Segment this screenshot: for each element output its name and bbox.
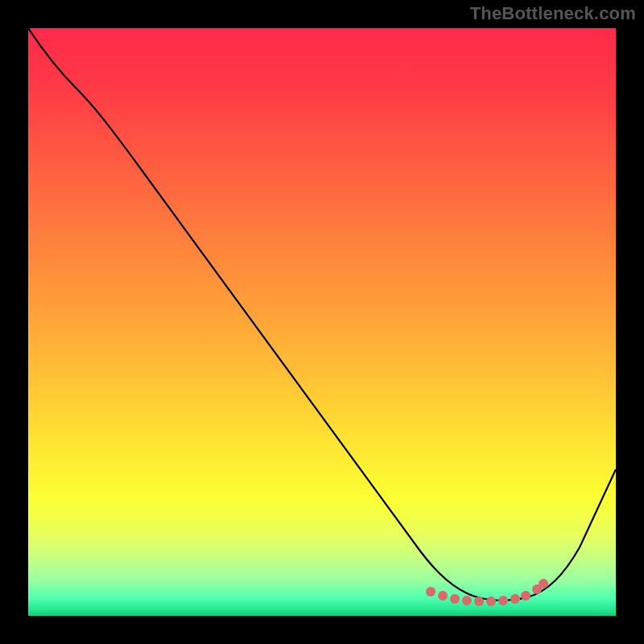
svg-point-8	[521, 591, 530, 601]
svg-point-0	[426, 587, 436, 597]
svg-point-1	[438, 591, 448, 601]
svg-point-7	[510, 594, 520, 604]
plot-area	[28, 28, 616, 616]
svg-point-4	[474, 597, 484, 606]
svg-point-3	[462, 596, 472, 605]
flat-region-markers	[426, 579, 548, 606]
svg-point-10	[539, 579, 548, 588]
watermark-text: TheBottleneck.com	[470, 3, 636, 24]
chart-svg	[28, 28, 616, 616]
chart-container: TheBottleneck.com	[0, 0, 644, 644]
svg-point-6	[498, 596, 508, 605]
svg-point-5	[486, 597, 496, 606]
svg-point-2	[450, 594, 460, 604]
main-curve-line	[28, 28, 616, 601]
